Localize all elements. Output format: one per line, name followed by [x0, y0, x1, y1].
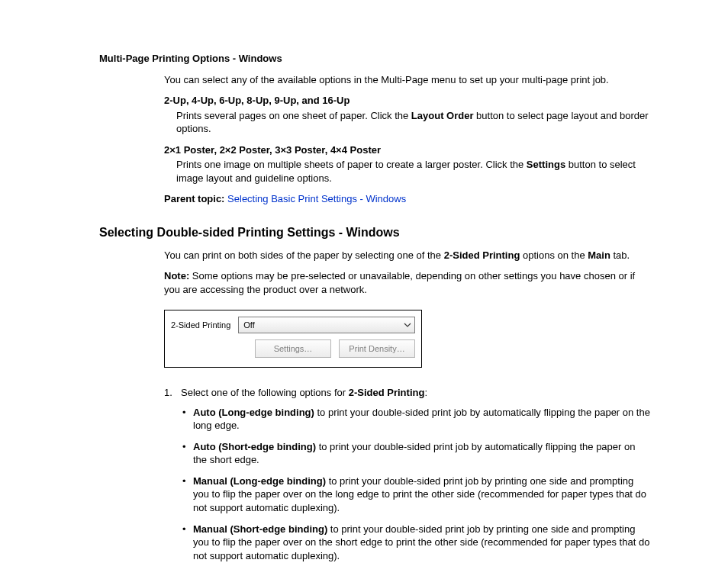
text: options on the — [520, 249, 588, 261]
option-term: Auto (Long-edge binding) — [193, 407, 314, 418]
text: Prints several pages on one sheet of pap… — [176, 110, 411, 121]
combo-2sided-printing[interactable]: Off — [238, 317, 415, 333]
option-term-nup: 2-Up, 4-Up, 6-Up, 8-Up, 9-Up, and 16-Up — [164, 94, 652, 108]
list-item: Auto (Long-edge binding) to print your d… — [181, 406, 652, 433]
inline-bold: Main — [588, 249, 610, 261]
parent-topic-link[interactable]: Selecting Basic Print Settings - Windows — [227, 193, 406, 204]
list-item: Manual (Long-edge binding) to print your… — [181, 475, 652, 515]
figure-2sided-panel: 2-Sided Printing Off Settings… Print Den… — [164, 310, 422, 368]
note-label: Note: — [164, 270, 189, 282]
parent-topic-label: Parent topic: — [164, 193, 224, 204]
intro-paragraph: You can select any of the available opti… — [164, 73, 652, 87]
option-term: Manual (Long-edge binding) — [193, 475, 326, 487]
inline-bold: Layout Order — [411, 110, 474, 121]
text: tab. — [610, 249, 630, 261]
option-term-poster: 2×1 Poster, 2×2 Poster, 3×3 Poster, 4×4 … — [164, 143, 652, 157]
step-1-options: Auto (Long-edge binding) to print your d… — [181, 406, 652, 562]
figure-print-density-button[interactable]: Print Density… — [339, 339, 415, 358]
ds-intro: You can print on both sides of the paper… — [164, 249, 652, 262]
steps-list: Select one of the following options for … — [164, 386, 652, 563]
figure-field-label: 2-Sided Printing — [171, 320, 230, 331]
inline-bold: Settings — [527, 159, 565, 170]
inline-bold: 2-Sided Printing — [349, 387, 425, 398]
ds-note: Note: Some options may be pre-selected o… — [164, 269, 652, 296]
text: : — [424, 387, 427, 398]
combo-value: Off — [243, 320, 254, 331]
note-text: Some options may be pre-selected or unav… — [164, 270, 635, 295]
option-def-nup: Prints several pages on one sheet of pap… — [176, 109, 652, 136]
text: Select one of the following options for — [181, 387, 349, 398]
text: Prints one image on multiple sheets of p… — [176, 159, 527, 170]
option-term: Manual (Short-edge binding) — [193, 523, 327, 535]
option-def-poster: Prints one image on multiple sheets of p… — [176, 158, 652, 185]
section-heading-multipage: Multi-Page Printing Options - Windows — [99, 52, 652, 66]
chevron-down-icon — [404, 321, 411, 329]
list-item: Manual (Short-edge binding) to print you… — [181, 523, 652, 563]
inline-bold: 2-Sided Printing — [444, 249, 520, 261]
section-heading-doublesided: Selecting Double-sided Printing Settings… — [99, 224, 652, 241]
list-item: Auto (Short-edge binding) to print your … — [181, 440, 652, 467]
parent-topic-line: Parent topic: Selecting Basic Print Sett… — [164, 192, 652, 206]
text: You can print on both sides of the paper… — [164, 249, 444, 261]
figure-settings-button[interactable]: Settings… — [255, 339, 331, 358]
option-term: Auto (Short-edge binding) — [193, 441, 316, 452]
step-1: Select one of the following options for … — [164, 386, 652, 562]
